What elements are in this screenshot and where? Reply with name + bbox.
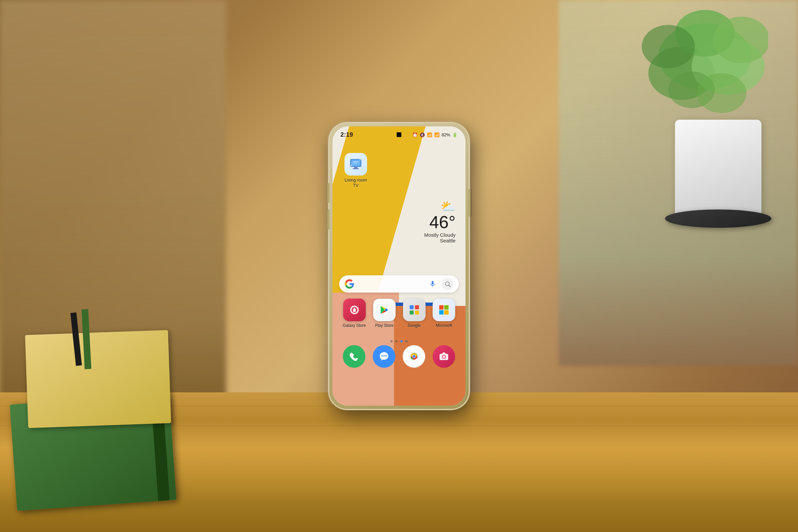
camera-app[interactable] [433, 345, 455, 368]
messages-icon [373, 345, 395, 368]
page-dot-1 [391, 340, 393, 342]
page-dot-4 [405, 340, 407, 342]
svg-point-5 [713, 17, 768, 63]
play-store-label: Play Store [375, 323, 393, 328]
google-app-label: Google [407, 323, 421, 328]
wifi-icon: 📶 [427, 132, 432, 137]
weather-icon: ⛅ [440, 200, 456, 213]
volume-up-button[interactable] [327, 183, 329, 203]
svg-rect-27 [439, 310, 443, 315]
volume-down-button[interactable] [327, 209, 329, 229]
front-camera [397, 132, 401, 137]
google-search-bar[interactable] [339, 275, 459, 292]
svg-rect-10 [354, 167, 358, 168]
svg-point-40 [446, 355, 447, 356]
svg-rect-11 [353, 168, 359, 169]
status-bar: 2:19 ⏰ 🔇 📶 📶 82% 🔋 [332, 126, 466, 143]
battery-text: 82% [441, 132, 450, 137]
page-dot-2 [395, 340, 398, 342]
microsoft-icon [433, 299, 455, 321]
mute-icon: 🔇 [420, 132, 425, 137]
svg-rect-21 [410, 305, 414, 309]
google-app[interactable]: Google [403, 299, 425, 328]
svg-rect-13 [353, 161, 358, 162]
weather-condition: Mostly Cloudy [424, 232, 456, 238]
living-room-tv-app[interactable]: Living room TV [342, 153, 369, 188]
svg-rect-25 [439, 305, 443, 309]
svg-rect-14 [353, 163, 357, 163]
svg-point-36 [413, 355, 415, 358]
svg-rect-22 [415, 305, 419, 309]
plant-pot [675, 120, 761, 220]
weather-temperature: 46° [424, 213, 456, 231]
chrome-app[interactable] [403, 345, 425, 368]
play-store-app[interactable]: Play Store [373, 299, 396, 328]
phone-app[interactable] [343, 345, 365, 368]
phone-screen: 2:19 ⏰ 🔇 📶 📶 82% 🔋 [332, 126, 466, 406]
phone-icon [343, 345, 365, 368]
camera-icon [433, 345, 455, 368]
google-g-logo [344, 279, 355, 289]
svg-point-16 [361, 159, 362, 160]
galaxy-store-label: Galaxy Store [343, 323, 366, 328]
weather-city: Seattle [424, 238, 456, 243]
book-yellow [25, 330, 171, 428]
svg-rect-26 [444, 305, 449, 309]
svg-point-29 [381, 355, 383, 357]
microsoft-app[interactable]: Microsoft [433, 299, 455, 328]
svg-point-4 [642, 25, 695, 68]
svg-point-12 [351, 165, 352, 166]
screen-content: 2:19 ⏰ 🔇 📶 📶 82% 🔋 [332, 126, 466, 406]
status-time: 2:19 [341, 131, 353, 138]
status-icons: ⏰ 🔇 📶 📶 82% 🔋 [412, 132, 457, 137]
svg-point-15 [359, 159, 361, 160]
google-app-icon [403, 299, 425, 321]
svg-rect-20 [353, 310, 356, 312]
svg-rect-23 [410, 310, 414, 315]
messages-app[interactable] [373, 345, 395, 368]
chrome-icon [403, 345, 425, 368]
svg-point-31 [385, 355, 387, 357]
page-dot-3-active [400, 340, 403, 342]
app-row-1: Galaxy Store Play Store [332, 299, 466, 328]
play-store-icon [373, 299, 396, 321]
signal-icon: 📶 [434, 132, 440, 137]
svg-rect-24 [415, 310, 419, 315]
galaxy-store-app[interactable]: Galaxy Store [343, 299, 366, 328]
battery-icon: 🔋 [452, 132, 457, 137]
plant-tray [665, 209, 772, 228]
weather-widget: ⛅ 46° Mostly Cloudy Seattle [424, 200, 456, 243]
svg-point-7 [697, 73, 746, 113]
svg-rect-28 [444, 310, 449, 315]
plant-area [615, 0, 781, 316]
phone-body: 2:19 ⏰ 🔇 📶 📶 82% 🔋 [329, 123, 469, 409]
books-area [13, 332, 186, 532]
tv-app-label: Living room TV [342, 177, 369, 188]
power-button[interactable] [469, 190, 471, 216]
app-row-bottom [332, 345, 466, 368]
svg-line-18 [449, 285, 451, 287]
microsoft-label: Microsoft [436, 323, 452, 328]
phone-device: 2:19 ⏰ 🔇 📶 📶 82% 🔋 [329, 123, 469, 409]
search-lens-button[interactable] [441, 278, 454, 290]
svg-point-39 [442, 356, 445, 358]
search-mic-button[interactable] [427, 278, 438, 290]
alarm-icon: ⏰ [412, 132, 418, 137]
svg-point-30 [383, 355, 385, 357]
tv-app-icon [344, 153, 367, 175]
page-indicators [332, 340, 466, 342]
galaxy-store-icon [343, 299, 366, 321]
